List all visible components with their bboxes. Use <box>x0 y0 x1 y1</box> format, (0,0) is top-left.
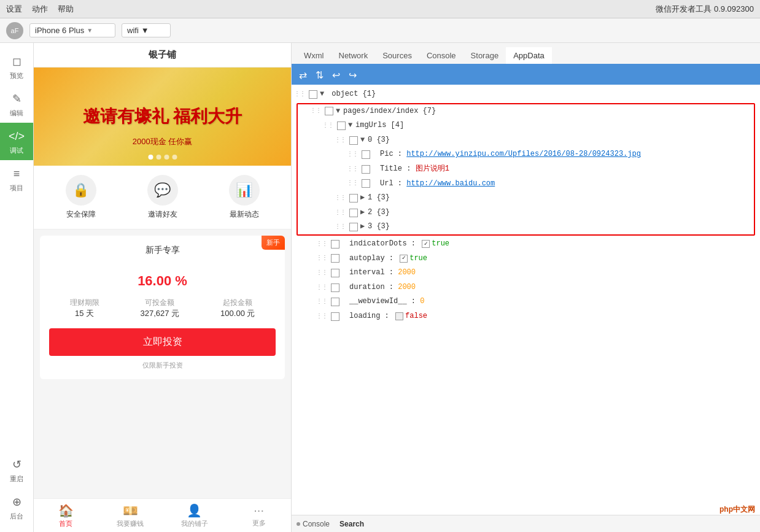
item2-checkbox[interactable] <box>349 209 358 217</box>
sidebar-item-restart[interactable]: ↺ 重启 <box>0 451 33 488</box>
pages-checkbox[interactable] <box>325 107 333 115</box>
device-dropdown-arrow: ▼ <box>87 27 93 34</box>
toolbar-btn-redo[interactable]: ↪ <box>346 68 359 82</box>
menu-bar-left: 设置 动作 帮助 <box>6 4 74 15</box>
tab-sources[interactable]: Sources <box>375 47 419 65</box>
sidebar-item-edit[interactable]: ✎ 编辑 <box>0 85 33 123</box>
sidebar-item-backend[interactable]: ⊕ 后台 <box>0 488 33 526</box>
title-checkbox[interactable] <box>362 165 370 174</box>
icon-row: 🔒 安全保障 💬 邀请好友 📊 最新动态 <box>34 166 291 229</box>
loading-checkbox-icon <box>395 312 403 320</box>
interval-key: interval <box>349 266 385 280</box>
sidebar-label-backend: 后台 <box>10 512 23 521</box>
sidebar-item-project[interactable]: ≡ 项目 <box>0 160 33 198</box>
sidebar-item-debug[interactable]: </> 调试 <box>0 123 33 160</box>
icon-label-news: 最新动态 <box>230 209 259 220</box>
tab-network[interactable]: Network <box>332 47 376 65</box>
icon-item-security[interactable]: 🔒 安全保障 <box>66 175 96 220</box>
debug-icon: </> <box>8 128 25 145</box>
tab-console[interactable]: Console <box>419 47 463 65</box>
indicatordots-key: indicatorDots <box>349 237 407 251</box>
devtools-tabs: Wxml Network Sources Console Storage App… <box>292 43 760 65</box>
webviewid-checkbox[interactable] <box>331 298 339 306</box>
indicatordots-checkbox[interactable] <box>331 240 339 249</box>
stat-label-min: 起投金额 <box>220 298 255 308</box>
menu-settings[interactable]: 设置 <box>6 4 22 15</box>
php-watermark: php中文网 <box>719 504 755 515</box>
avatar: aF <box>6 22 23 39</box>
sidebar-item-preview[interactable]: ◻ 预览 <box>0 48 33 85</box>
promo-stat-amount: 可投金额 327,627 元 <box>141 298 180 319</box>
sidebar-label-project: 项目 <box>10 183 23 193</box>
pages-toggle[interactable]: ▼ <box>336 105 343 118</box>
toolbar-btn-undo[interactable]: ↩ <box>330 68 343 82</box>
stat-value-min: 100.00 元 <box>220 308 255 319</box>
menu-help[interactable]: 帮助 <box>58 4 74 15</box>
promo-stat-period: 理财期限 15 天 <box>70 298 99 319</box>
stat-value-period: 15 天 <box>70 308 99 319</box>
icon-label-invite: 邀请好友 <box>148 209 177 220</box>
interval-checkbox[interactable] <box>331 269 339 277</box>
bottom-tab-search[interactable]: Search <box>339 520 364 528</box>
tree-row-root: ⋮⋮ ▼ object {1} <box>292 87 760 102</box>
nav-item-store[interactable]: 👤 我的铺子 <box>163 499 227 532</box>
pic-value[interactable]: http://www.yinzipu.com/Upfiles/2016/08-2… <box>406 148 641 161</box>
menu-actions[interactable]: 动作 <box>32 4 48 15</box>
highlighted-group: ⋮⋮ ▼ pages/index/index {7} ⋮⋮ ▼ imgUrls … <box>297 103 755 236</box>
duration-checkbox[interactable] <box>331 283 339 292</box>
tab-appdata[interactable]: AppData <box>506 47 552 65</box>
bottom-tab-console[interactable]: Console <box>297 520 330 528</box>
loading-checkbox[interactable] <box>331 312 339 321</box>
pic-checkbox[interactable] <box>362 150 370 159</box>
nav-item-earn[interactable]: 💴 我要赚钱 <box>98 499 163 532</box>
sidebar-bottom: ↺ 重启 ⊕ 后台 <box>0 451 33 532</box>
root-key <box>327 88 332 101</box>
autoplay-checkbox-icon: ✓ <box>400 255 408 263</box>
device-selector[interactable]: iPhone 6 Plus ▼ <box>29 23 115 37</box>
imgurls-toggle[interactable]: ▼ <box>348 119 355 133</box>
invite-icon: 💬 <box>147 175 178 206</box>
nav-item-more[interactable]: ··· 更多 <box>227 499 291 532</box>
autoplay-checkbox[interactable] <box>331 254 339 263</box>
icon-item-news[interactable]: 📊 最新动态 <box>229 175 260 220</box>
banner-dot-3 <box>172 155 177 160</box>
item1-checkbox[interactable] <box>349 194 358 202</box>
url-value[interactable]: http://www.baidu.com <box>406 177 495 191</box>
bottom-console-dot <box>297 522 300 526</box>
loading-key: loading <box>349 310 380 323</box>
item3-checkbox[interactable] <box>349 223 358 231</box>
invest-button[interactable]: 立即投资 <box>49 328 276 356</box>
item0-toggle[interactable]: ▼ <box>360 134 368 147</box>
imgurls-checkbox[interactable] <box>337 121 346 130</box>
banner-dot-0 <box>148 155 153 160</box>
item3-toggle[interactable]: ▶ <box>360 220 368 234</box>
banner-main-text: 邀请有壕礼 福利大升 <box>83 105 242 128</box>
promo-rate: 16.00 % <box>49 262 276 291</box>
store-icon: 👤 <box>187 503 202 518</box>
toolbar-btn-collapse[interactable]: ⇅ <box>313 68 326 82</box>
stat-label-period: 理财期限 <box>70 298 99 308</box>
item2-toggle[interactable]: ▶ <box>360 206 368 220</box>
device-name: iPhone 6 Plus <box>35 26 84 35</box>
root-checkbox[interactable] <box>309 90 317 99</box>
root-toggle[interactable]: ▼ <box>320 88 327 101</box>
nav-item-home[interactable]: 🏠 首页 <box>34 499 98 532</box>
network-selector[interactable]: wifi ▼ <box>122 23 171 37</box>
pages-key: pages/index/index {7} <box>343 105 436 118</box>
tab-storage[interactable]: Storage <box>463 47 506 65</box>
url-checkbox[interactable] <box>362 179 370 188</box>
sidebar-label-restart: 重启 <box>10 474 23 484</box>
toolbar-btn-refresh[interactable]: ⇄ <box>297 68 309 82</box>
banner: 邀请有壕礼 福利大升 2000现金 任你赢 <box>34 67 291 166</box>
tab-wxml[interactable]: Wxml <box>297 47 332 65</box>
duration-value: 2000 <box>398 281 416 295</box>
item0-checkbox[interactable] <box>349 136 358 145</box>
left-sidebar: ◻ 预览 ✎ 编辑 </> 调试 ≡ 项目 ↺ 重启 ⊕ 后台 <box>0 43 34 532</box>
item1-toggle[interactable]: ▶ <box>360 191 368 205</box>
device-toolbar: aF iPhone 6 Plus ▼ wifi ▼ <box>0 18 760 43</box>
edit-icon: ✎ <box>8 90 25 107</box>
sidebar-label-preview: 预览 <box>10 71 23 80</box>
backend-icon: ⊕ <box>8 493 25 511</box>
icon-item-invite[interactable]: 💬 邀请好友 <box>147 175 178 220</box>
sidebar-label-edit: 编辑 <box>10 109 23 118</box>
